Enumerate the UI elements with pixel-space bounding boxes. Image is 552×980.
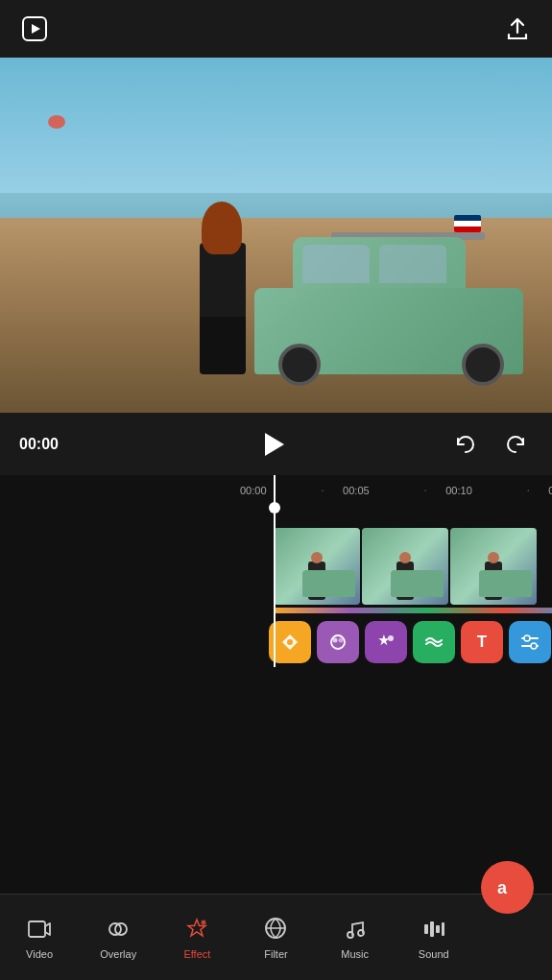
export-button[interactable] [500,12,535,46]
svg-point-16 [348,932,353,938]
nav-item-video[interactable]: Video [11,916,68,960]
nav-item-filter[interactable]: Filter [247,916,304,960]
car-body [254,288,523,374]
person-body [200,243,246,320]
keyframe-icon [279,632,300,653]
video-nav-icon [26,916,53,943]
redo-button[interactable] [498,427,533,462]
controls-right [448,427,533,462]
svg-rect-11 [29,921,45,937]
top-bar [0,0,552,58]
svg-rect-18 [424,924,428,934]
playhead[interactable] [274,475,276,667]
ruler-mark-1: 00:05 [343,485,405,496]
ruler-dot-0: • [322,488,324,493]
tool-text-button[interactable]: T [461,621,503,663]
text-icon-label: T [477,633,487,652]
svg-point-5 [339,638,344,643]
person-hair [202,202,242,254]
car-window-right [379,245,446,283]
effect-nav-icon [183,916,210,943]
person-figure [192,206,254,374]
nav-item-sound[interactable]: Sound [405,916,463,960]
ruler-marks: 00:00 • 00:05 • 00:10 • 00:15 [240,485,552,496]
nav-label-music: Music [341,948,369,960]
ruler-mark-0: 00:00 [240,485,302,496]
svg-point-8 [524,635,530,641]
ruler-mark-2: 00:10 [445,485,508,496]
controls-bar: 00:00 [0,413,552,475]
preview-icon [21,15,48,42]
nav-item-effect[interactable]: Effect [168,916,226,960]
svg-rect-21 [442,922,444,936]
undo-icon [453,432,478,457]
sound-nav-icon [420,916,447,943]
clip-strip[interactable] [274,528,537,605]
export-icon [504,15,531,42]
undo-button[interactable] [448,427,483,462]
preview-button[interactable] [17,12,52,46]
car-window-left [302,245,370,283]
timeline-ruler: 00:00 • 00:05 • 00:10 • 00:15 [0,475,552,506]
brand-logo: a [492,872,521,901]
clip-thumb-1[interactable] [274,528,360,605]
svg-rect-19 [430,921,434,937]
scene-car [254,240,523,374]
clip-thumb-2[interactable] [362,528,448,605]
timeline-section: 00:00 • 00:05 • 00:10 • 00:15 [0,475,552,667]
clip-car-mini-1 [302,570,355,597]
nav-item-music[interactable]: Music [326,916,384,960]
music-nav-icon [342,916,369,943]
overlay-nav-icon [105,916,132,943]
svg-point-14 [202,920,206,924]
filter-nav-icon [262,916,289,943]
car-flag [454,215,481,232]
svg-point-6 [388,635,394,641]
clip-thumb-3[interactable] [450,528,537,605]
watermark-badge: a [481,861,534,914]
tool-strip: T [269,621,551,663]
redo-icon [503,432,528,457]
tool-overlay-button[interactable] [317,621,359,663]
ruler-mark-3: 00:15 [548,485,552,496]
play-button[interactable] [254,426,291,463]
svg-text:a: a [497,878,508,897]
nav-label-filter: Filter [264,948,287,960]
clip-car-mini-2 [391,570,444,597]
preview-scene [0,58,552,413]
clip-car-mini-3 [479,570,532,597]
tool-adjust-button[interactable] [509,621,551,663]
overlay-icon [327,632,348,653]
time-display: 00:00 [19,436,96,453]
play-icon [265,433,284,456]
bottom-nav: Video Overlay Effect Filter [0,894,552,980]
car-wheel-left [278,344,321,386]
audio-icon [423,632,444,653]
svg-rect-20 [436,925,440,933]
clip-thumb-inner-2 [362,528,448,605]
adjust-icon [519,632,540,653]
nav-label-effect: Effect [183,948,210,960]
svg-marker-1 [32,24,40,34]
nav-label-overlay: Overlay [100,948,136,960]
tool-audio-button[interactable] [413,621,455,663]
car-wheel-right [462,344,504,386]
tool-effect-button[interactable] [365,621,407,663]
nav-label-sound: Sound [419,948,449,960]
nav-item-overlay[interactable]: Overlay [89,916,147,960]
person-legs [200,317,246,374]
controls-center [96,426,448,463]
clip-color-bar [274,608,552,613]
svg-point-2 [287,639,293,645]
svg-point-10 [531,643,537,649]
svg-point-3 [331,635,345,649]
kite [48,115,65,129]
video-preview [0,58,552,413]
clip-thumb-inner-3 [450,528,537,605]
nav-label-video: Video [26,948,53,960]
ruler-dot-1: • [424,488,426,493]
clip-thumb-inner-1 [274,528,360,605]
effect-icon [375,632,396,653]
ruler-dot-2: • [527,488,529,493]
svg-point-4 [333,638,338,643]
